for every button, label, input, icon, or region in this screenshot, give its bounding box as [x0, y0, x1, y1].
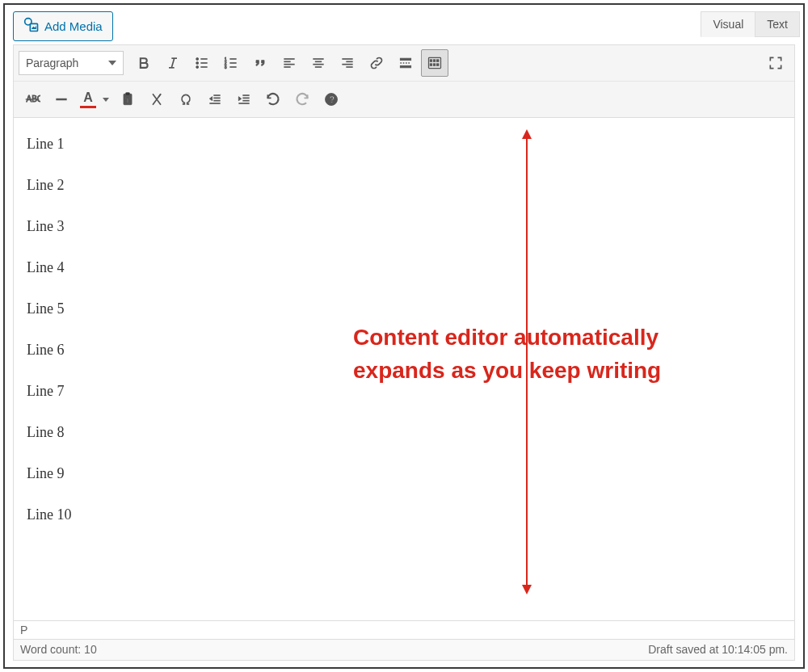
- svg-rect-38: [437, 64, 440, 66]
- svg-rect-37: [433, 64, 436, 66]
- svg-marker-57: [522, 585, 532, 594]
- content-line: Line 7: [27, 383, 781, 400]
- format-dropdown-label: Paragraph: [26, 57, 78, 69]
- numbered-list-button[interactable]: 123: [217, 49, 245, 77]
- fullscreen-button[interactable]: [762, 49, 789, 77]
- text-color-swatch: [80, 106, 96, 108]
- indent-button[interactable]: [230, 86, 258, 113]
- content-line: Line 3: [27, 218, 781, 235]
- text-color-letter: A: [83, 91, 93, 104]
- draft-saved-status: Draft saved at 10:14:05 pm.: [648, 643, 788, 656]
- strikethrough-button[interactable]: ABC: [19, 86, 46, 113]
- add-media-label: Add Media: [44, 19, 103, 33]
- clear-formatting-button[interactable]: [143, 86, 170, 113]
- special-character-button[interactable]: [172, 86, 200, 113]
- italic-button[interactable]: [159, 49, 187, 77]
- svg-text:T: T: [126, 96, 130, 104]
- content-line: Line 10: [27, 506, 781, 523]
- top-row: Add Media Visual Text: [5, 5, 803, 41]
- svg-rect-32: [429, 57, 441, 68]
- link-button[interactable]: [363, 49, 390, 77]
- read-more-button[interactable]: [392, 49, 419, 77]
- format-dropdown[interactable]: Paragraph: [19, 51, 124, 75]
- chevron-down-icon: [103, 98, 109, 102]
- blockquote-button[interactable]: [246, 49, 274, 77]
- status-bar: Word count: 10 Draft saved at 10:14:05 p…: [13, 640, 795, 661]
- text-color-dropdown[interactable]: [99, 86, 112, 113]
- content-line: Line 2: [27, 177, 781, 194]
- content-line: Line 4: [27, 259, 781, 276]
- word-count: Word count: 10: [20, 643, 97, 656]
- content-line: Line 1: [27, 136, 781, 153]
- text-color-button[interactable]: A: [77, 86, 99, 113]
- element-path[interactable]: P: [13, 620, 795, 640]
- content-editor[interactable]: Line 1 Line 2 Line 3 Line 4 Line 5 Line …: [13, 118, 795, 620]
- content-line: Line 5: [27, 300, 781, 317]
- redo-button[interactable]: [288, 86, 316, 113]
- content-line: Line 6: [27, 342, 781, 359]
- svg-text:?: ?: [330, 94, 335, 104]
- toolbar-row-1: Paragraph 123: [14, 45, 794, 82]
- content-line: Line 8: [27, 424, 781, 441]
- align-left-button[interactable]: [276, 49, 303, 77]
- svg-rect-36: [430, 64, 432, 66]
- toolbar-toggle-button[interactable]: [421, 49, 448, 77]
- add-media-button[interactable]: Add Media: [13, 11, 113, 41]
- outdent-button[interactable]: [201, 86, 229, 113]
- toolbar-container: Paragraph 123 ABC A: [13, 44, 795, 118]
- svg-text:3: 3: [225, 65, 227, 69]
- bold-button[interactable]: [130, 49, 158, 77]
- toolbar-row-2: ABC A T ?: [14, 82, 794, 117]
- svg-line-4: [171, 58, 174, 68]
- horizontal-rule-button[interactable]: [48, 86, 75, 113]
- content-line: Line 9: [27, 465, 781, 482]
- editor-frame: Add Media Visual Text Paragraph 123: [3, 3, 805, 669]
- paste-text-button[interactable]: T: [114, 86, 141, 113]
- svg-rect-35: [437, 60, 440, 62]
- align-right-button[interactable]: [334, 49, 361, 77]
- bullet-list-button[interactable]: [188, 49, 216, 77]
- media-icon: [23, 17, 40, 36]
- help-button[interactable]: ?: [318, 86, 345, 113]
- svg-rect-43: [126, 93, 130, 95]
- svg-rect-29: [400, 58, 410, 61]
- tab-visual[interactable]: Visual: [701, 11, 755, 37]
- align-center-button[interactable]: [305, 49, 332, 77]
- tab-text[interactable]: Text: [755, 11, 800, 37]
- undo-button[interactable]: [259, 86, 287, 113]
- svg-point-7: [196, 66, 199, 69]
- chevron-down-icon: [108, 61, 116, 65]
- svg-rect-34: [433, 60, 436, 62]
- editor-tabs: Visual Text: [701, 11, 800, 37]
- annotation-arrow-icon: [519, 128, 535, 596]
- svg-rect-31: [400, 65, 410, 68]
- svg-point-5: [196, 58, 199, 61]
- svg-rect-33: [430, 60, 432, 62]
- text-color-control: A: [77, 86, 112, 113]
- svg-point-6: [196, 62, 199, 65]
